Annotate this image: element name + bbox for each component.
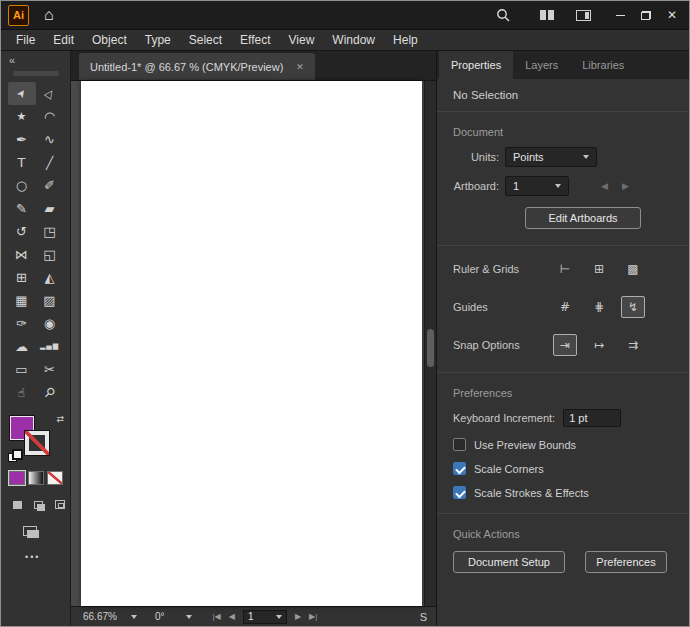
draw-normal-icon[interactable] <box>9 497 26 512</box>
menu-item-edit[interactable]: Edit <box>44 33 83 47</box>
keyboard-increment-input[interactable] <box>563 409 621 427</box>
lasso-tool[interactable]: ◠ <box>36 105 64 128</box>
menu-item-view[interactable]: View <box>280 33 324 47</box>
vertical-scrollbar[interactable] <box>424 81 436 606</box>
arrange-documents-icon[interactable] <box>540 1 554 29</box>
show-guides-icon[interactable]: # <box>553 296 577 318</box>
first-artboard-button[interactable]: |◀ <box>212 612 220 621</box>
app-icon: Ai <box>8 5 29 26</box>
panel-grip[interactable] <box>13 71 59 76</box>
show-transparency-grid-icon[interactable]: ▩ <box>621 258 645 280</box>
menu-item-effect[interactable]: Effect <box>231 33 279 47</box>
default-fill-stroke-icon[interactable] <box>8 449 21 462</box>
artboard-dropdown[interactable]: 1 <box>505 176 569 196</box>
show-rulers-icon[interactable]: ⊢ <box>553 258 577 280</box>
tab-close-icon[interactable]: ✕ <box>296 62 304 72</box>
preferences-section: Preferences Keyboard Increment: Use Prev… <box>437 373 689 514</box>
scrollbar-thumb[interactable] <box>427 329 434 367</box>
scale-strokes-effects-checkbox[interactable]: Scale Strokes & Effects <box>453 486 667 499</box>
rotation-dropdown[interactable]: 0° <box>151 611 197 622</box>
snap-to-grid-icon[interactable]: ↦ <box>587 334 611 356</box>
menu-item-type[interactable]: Type <box>136 33 180 47</box>
slice-tool[interactable]: ✂ <box>36 358 64 381</box>
line-segment-tool[interactable]: ╱ <box>36 151 64 174</box>
last-artboard-button[interactable]: ▶| <box>309 612 317 621</box>
scale-tool[interactable]: ◳ <box>36 220 64 243</box>
curvature-tool[interactable]: ∿ <box>36 128 64 151</box>
pencil-tool[interactable]: ✎ <box>8 197 36 220</box>
none-button[interactable] <box>47 471 63 485</box>
artboard-tool[interactable]: ▭ <box>8 358 36 381</box>
menu-item-file[interactable]: File <box>7 33 44 47</box>
hand-tool[interactable]: ☝ <box>8 381 36 404</box>
artboard-number-dropdown[interactable]: 1 <box>243 610 287 624</box>
perspective-grid-tool[interactable]: ◭ <box>36 266 64 289</box>
pen-tool[interactable]: ✒ <box>8 128 36 151</box>
gradient-tool[interactable]: ▨ <box>36 289 64 312</box>
lock-guides-icon[interactable]: ⋕ <box>587 296 611 318</box>
document-setup-button[interactable]: Document Setup <box>453 551 565 573</box>
paintbrush-tool[interactable]: ✐ <box>36 174 64 197</box>
search-icon[interactable] <box>496 1 510 29</box>
preferences-button[interactable]: Preferences <box>585 551 667 573</box>
direct-selection-tool[interactable]: ▷ <box>36 82 64 105</box>
type-tool[interactable]: T <box>8 151 36 174</box>
selection-tool[interactable]: ➤ <box>8 82 36 105</box>
free-transform-tool[interactable]: ◱ <box>36 243 64 266</box>
document-tab[interactable]: Untitled-1* @ 66.67 % (CMYK/Preview) ✕ <box>79 53 315 80</box>
draw-inside-icon[interactable] <box>51 497 68 512</box>
tab-strip: Untitled-1* @ 66.67 % (CMYK/Preview) ✕ <box>71 51 436 81</box>
tab-libraries[interactable]: Libraries <box>570 51 636 79</box>
shape-builder-tool[interactable]: ⊞ <box>8 266 36 289</box>
snap-to-point-icon[interactable]: ⇥ <box>553 334 577 356</box>
draw-behind-icon[interactable] <box>30 497 47 512</box>
stroke-color-swatch[interactable] <box>25 431 49 455</box>
swap-fill-stroke-icon[interactable]: ⇄ <box>56 414 64 424</box>
checkbox-box[interactable] <box>453 486 466 499</box>
ellipse-tool[interactable]: ○ <box>8 174 36 197</box>
artboard[interactable] <box>81 81 422 606</box>
smart-guides-icon[interactable]: ↯ <box>621 296 645 318</box>
previous-artboard-button[interactable]: ◀ <box>229 612 235 621</box>
checkbox-box[interactable] <box>453 462 466 475</box>
next-artboard-arrow[interactable]: ▶ <box>622 181 629 191</box>
menu-item-object[interactable]: Object <box>83 33 136 47</box>
minimize-button[interactable] <box>607 1 633 29</box>
column-graph-tool[interactable]: ▂▄▆ <box>36 335 64 358</box>
snap-to-pixel-icon[interactable]: ⇉ <box>621 334 645 356</box>
menu-item-select[interactable]: Select <box>180 33 231 47</box>
next-artboard-button[interactable]: ▶ <box>295 612 301 621</box>
eyedropper-tool[interactable]: ✑ <box>8 312 36 335</box>
eraser-tool[interactable]: ▰ <box>36 197 64 220</box>
zoom-tool[interactable]: ⚲ <box>36 381 64 404</box>
edit-artboards-button[interactable]: Edit Artboards <box>525 207 641 229</box>
checkbox-box[interactable] <box>453 438 466 451</box>
quick-actions-title: Quick Actions <box>453 528 667 540</box>
units-dropdown[interactable]: Points <box>505 147 597 167</box>
menu-item-window[interactable]: Window <box>323 33 384 47</box>
restore-button[interactable] <box>633 1 659 29</box>
symbol-sprayer-tool[interactable]: ☁ <box>8 335 36 358</box>
collapse-panel-button[interactable]: « <box>1 51 15 66</box>
menu-item-help[interactable]: Help <box>384 33 427 47</box>
blend-tool[interactable]: ◉ <box>36 312 64 335</box>
close-button[interactable]: ✕ <box>659 1 685 29</box>
color-button[interactable] <box>9 471 25 485</box>
scale-corners-checkbox[interactable]: Scale Corners <box>453 462 667 475</box>
document-area: Untitled-1* @ 66.67 % (CMYK/Preview) ✕ 6… <box>71 51 436 626</box>
previous-artboard-arrow[interactable]: ◀ <box>601 181 608 191</box>
screen-mode-button[interactable] <box>23 526 37 536</box>
rotate-tool[interactable]: ↺ <box>8 220 36 243</box>
magic-wand-tool[interactable]: ★ <box>8 105 36 128</box>
width-tool[interactable]: ⋈ <box>8 243 36 266</box>
mesh-tool[interactable]: ▦ <box>8 289 36 312</box>
home-icon[interactable]: ⌂ <box>44 7 54 23</box>
edit-toolbar-button[interactable]: ••• <box>25 552 40 562</box>
show-grid-icon[interactable]: ⊞ <box>587 258 611 280</box>
tab-layers[interactable]: Layers <box>513 51 570 79</box>
zoom-level-dropdown[interactable]: 66.67% <box>79 611 141 622</box>
gradient-button[interactable] <box>28 471 44 485</box>
use-preview-bounds-checkbox[interactable]: Use Preview Bounds <box>453 438 667 451</box>
tab-properties[interactable]: Properties <box>439 51 513 79</box>
workspace-switcher-icon[interactable] <box>576 1 607 29</box>
